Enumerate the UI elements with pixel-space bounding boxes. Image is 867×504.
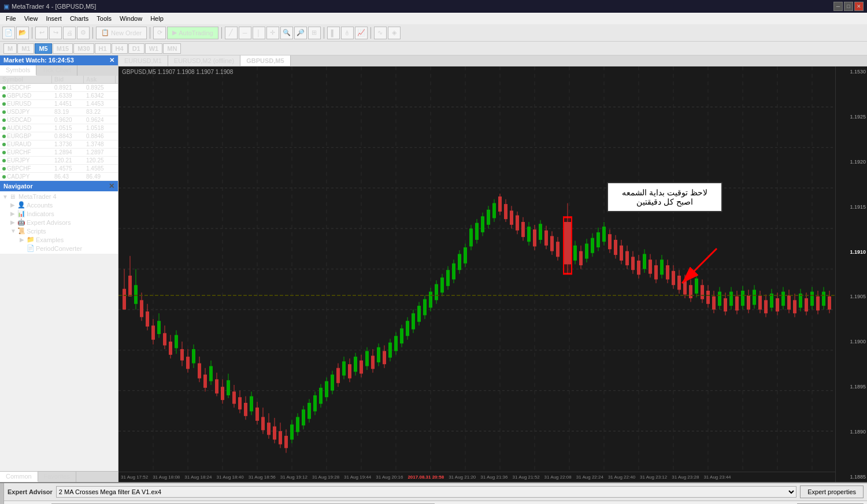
svg-rect-47	[169, 342, 172, 355]
mw-header: Market Watch: 16:24:53 ✕	[0, 55, 118, 65]
mw-row[interactable]: USDCAD 0.9620 0.9624	[0, 116, 118, 124]
tf-m15-btn[interactable]: M15	[53, 43, 73, 54]
tf-h4-btn[interactable]: H4	[112, 43, 128, 54]
tf-h1-btn[interactable]: H1	[95, 43, 111, 54]
tree-metatrader4[interactable]: ▼ 🖥 MetaTrader 4	[1, 192, 117, 201]
indicators-btn[interactable]: ∿	[374, 27, 387, 39]
print-btn[interactable]: 🖨	[63, 27, 76, 39]
period-sep-btn[interactable]: ◈	[388, 27, 401, 39]
chart-line-btn[interactable]: 📈	[355, 27, 368, 39]
expert-properties-btn[interactable]: Expert properties	[800, 486, 864, 498]
svg-rect-37	[140, 300, 143, 317]
svg-rect-89	[290, 424, 294, 439]
zoom-in-btn[interactable]: 🔍	[280, 27, 293, 39]
mw-row[interactable]: EURUSD 1.4451 1.4453	[0, 100, 118, 108]
chart-bar-btn[interactable]: ▌	[327, 27, 340, 39]
menu-file[interactable]: File	[2, 14, 20, 23]
undo-btn[interactable]: ↩	[35, 27, 48, 39]
tree-label: PeriodConverter	[36, 245, 82, 252]
chart-tab-eurusdm1[interactable]: EURUSD,M1	[118, 55, 168, 66]
menu-insert[interactable]: Insert	[42, 14, 65, 23]
tf-m5-btn[interactable]: M5	[35, 43, 51, 54]
chart-container[interactable]: GBPUSD,M5 1.1907 1.1908 1.1907 1.1908	[118, 66, 867, 482]
menu-charts[interactable]: Charts	[66, 14, 92, 23]
hline-btn[interactable]: ─	[239, 27, 251, 39]
new-chart-btn[interactable]: 📄	[2, 27, 15, 39]
menubar: File View Insert Charts Tools Window Hel…	[0, 13, 867, 24]
tree-accounts[interactable]: ▶ 👤 Accounts	[1, 201, 117, 209]
minimize-button[interactable]: ─	[833, 2, 843, 11]
redo-btn[interactable]: ↪	[49, 27, 62, 39]
new-order-btn[interactable]: 📋 New Order	[96, 27, 147, 39]
mw-row[interactable]: EURGBP 0.8843 0.8846	[0, 132, 118, 140]
mw-row[interactable]: EURAUD 1.3736 1.3748	[0, 140, 118, 149]
props-btn[interactable]: ⚙	[77, 27, 90, 39]
mw-row[interactable]: GBPUSD 1.6339 1.6342	[0, 92, 118, 100]
line-btn[interactable]: ╱	[225, 27, 238, 39]
chart-tab-eurusdm2[interactable]: EURUSD,M2 (offline)	[168, 55, 240, 66]
svg-rect-135	[423, 299, 427, 316]
mw-ask: 120.25	[84, 157, 116, 164]
tree-scripts[interactable]: ▼ 📜 Scripts	[1, 227, 117, 235]
zoom-out-btn[interactable]: 🔎	[294, 27, 307, 39]
ea-select[interactable]: 2 MA Crosses Mega filter EA V1.ex4	[56, 486, 796, 498]
grid-btn[interactable]: ⊞	[308, 27, 321, 39]
mw-col-symbol: Symbol	[0, 76, 52, 83]
mw-row[interactable]: EURCHF 1.2894 1.2897	[0, 149, 118, 157]
svg-rect-33	[128, 276, 132, 297]
tree-period-converter[interactable]: 📄 PeriodConverter	[1, 244, 117, 253]
svg-rect-121	[383, 351, 386, 364]
mw-row[interactable]: GBPCHF 1.4575 1.4585	[0, 165, 118, 173]
chart-candle-btn[interactable]: 🕯	[341, 27, 354, 39]
mw-symbol: EURAUD	[0, 140, 52, 148]
mw-symbol: EURCHF	[0, 149, 52, 156]
vline-btn[interactable]: │	[253, 27, 265, 39]
mw-row[interactable]: AUDUSD 1.0515 1.0518	[0, 124, 118, 132]
tf-d1-btn[interactable]: D1	[128, 43, 144, 54]
mw-row[interactable]: USDCHF 0.8921 0.8925	[0, 84, 118, 92]
tf-m-btn[interactable]: M	[3, 43, 17, 54]
tree-expert-advisors[interactable]: ▶ 🤖 Expert Advisors	[1, 218, 117, 227]
mw-tab-tick[interactable]: Tick Chart	[36, 65, 77, 76]
mw-row[interactable]: EURJPY 120.21 120.25	[0, 157, 118, 165]
svg-rect-107	[342, 361, 346, 375]
tab-favorites[interactable]: Favorites	[38, 472, 76, 482]
svg-rect-171	[527, 227, 531, 242]
crosshair-btn[interactable]: ✛	[266, 27, 279, 39]
autotrading-btn[interactable]: ▶ AutoTrading	[167, 27, 218, 39]
svg-rect-234	[712, 297, 716, 310]
close-button[interactable]: ✕	[854, 2, 864, 11]
svg-rect-81	[267, 423, 271, 435]
menu-window[interactable]: Window	[116, 14, 146, 23]
tf-m30-btn[interactable]: M30	[73, 43, 94, 54]
open-btn[interactable]: 📂	[16, 27, 29, 39]
mw-ask: 1.4585	[84, 165, 116, 172]
price-1915: 1.1915	[837, 204, 866, 210]
menu-view[interactable]: View	[21, 14, 42, 23]
mw-close-icon[interactable]: ✕	[109, 57, 114, 64]
svg-rect-246	[747, 295, 750, 309]
mw-tab-symbols[interactable]: Symbols	[0, 65, 36, 76]
svg-rect-236	[718, 292, 721, 306]
svg-rect-212	[649, 260, 652, 273]
menu-help[interactable]: Help	[147, 14, 167, 23]
svg-rect-85	[279, 431, 282, 444]
ea-label: Expert Advisor	[8, 488, 53, 495]
tree-examples[interactable]: ▶ 📁 Examples	[1, 235, 117, 244]
tab-common[interactable]: Common	[0, 472, 38, 482]
tf-mn-btn[interactable]: MN	[163, 43, 181, 54]
chart-wizard-btn[interactable]: ⟳	[153, 27, 166, 39]
svg-rect-250	[758, 295, 762, 309]
mw-tabs: Symbols Tick Chart	[0, 65, 118, 76]
maximize-button[interactable]: □	[844, 2, 853, 11]
mw-row[interactable]: USDJPY 83.19 83.22	[0, 108, 118, 116]
tf-w1-btn[interactable]: W1	[145, 43, 163, 54]
tree-indicators[interactable]: ▶ 📊 Indicators	[1, 209, 117, 218]
mw-row[interactable]: CADJPY 86.43 86.49	[0, 173, 118, 181]
menu-tools[interactable]: Tools	[93, 14, 115, 23]
nav-close-btn[interactable]: ✕	[109, 182, 114, 190]
chart-tab-gbpusdm5[interactable]: GBPUSD,M5	[240, 55, 290, 66]
tf-m1-btn[interactable]: M1	[17, 43, 34, 54]
resize-handle[interactable]	[0, 483, 4, 504]
mw-symbol: EURUSD	[0, 100, 52, 108]
